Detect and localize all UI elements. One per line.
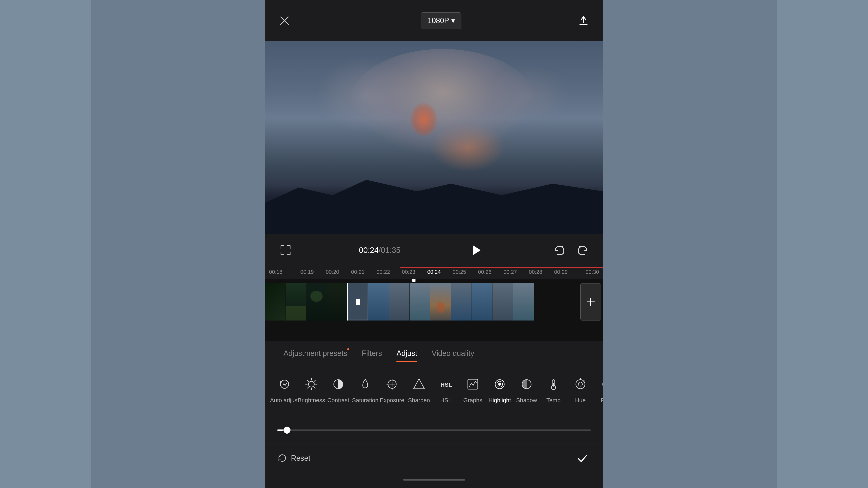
tool-hue[interactable]: Hue xyxy=(567,372,594,406)
ruler-mark-9: 00:27 xyxy=(497,269,523,275)
reset-label: Reset xyxy=(291,454,310,462)
strip-thumb-sky1 xyxy=(368,283,389,321)
tool-temp[interactable]: Temp xyxy=(540,372,567,406)
time-total: 01:35 xyxy=(381,246,400,255)
tool-graphs[interactable]: Graphs xyxy=(459,372,486,406)
background-right xyxy=(777,0,868,488)
strip-thumb-1 xyxy=(265,283,285,321)
slider-track[interactable] xyxy=(277,429,591,431)
svg-marker-25 xyxy=(414,379,424,389)
sharpen-label: Sharpen xyxy=(408,397,430,403)
strip-thumb-sunset xyxy=(430,283,451,321)
svg-line-14 xyxy=(307,380,309,382)
saturation-label: Saturation xyxy=(352,397,378,403)
background-left xyxy=(0,0,91,488)
export-button[interactable] xyxy=(576,13,591,28)
svg-point-30 xyxy=(498,383,501,386)
tool-sharpen[interactable]: Sharpen xyxy=(406,372,432,406)
svg-rect-3 xyxy=(579,24,588,25)
graphs-label: Graphs xyxy=(463,397,482,403)
tool-fade[interactable]: Fade xyxy=(594,372,603,406)
tab-adjustment-presets-label: Adjustment presets xyxy=(283,349,347,358)
tab-adjustment-presets[interactable]: Adjustment presets xyxy=(277,345,353,362)
undo-button[interactable] xyxy=(551,242,568,258)
ruler-mark-10: 00:28 xyxy=(523,269,548,275)
tab-adjust[interactable]: Adjust xyxy=(390,345,423,362)
strip-thumb-sky6 xyxy=(492,283,513,321)
ruler-mark-7: 00:25 xyxy=(447,269,472,275)
svg-rect-8 xyxy=(280,381,282,383)
close-button[interactable] xyxy=(277,13,292,28)
hsl-label: HSL xyxy=(440,397,452,403)
reset-button[interactable]: Reset xyxy=(277,453,310,463)
contrast-icon xyxy=(328,374,349,394)
svg-marker-4 xyxy=(473,246,480,255)
slider-area xyxy=(265,416,603,445)
sharpen-icon xyxy=(409,374,429,394)
cloud-glow xyxy=(410,103,437,136)
play-button[interactable] xyxy=(466,240,486,261)
tab-video-quality-label: Video quality xyxy=(432,349,474,358)
strip-thumb-sky4 xyxy=(451,283,472,321)
auto-adjust-icon xyxy=(274,374,295,394)
tool-highlight[interactable]: Highlight xyxy=(486,372,513,406)
tabs-bar: Adjustment presets Filters Adjust Video … xyxy=(265,341,603,362)
exposure-icon xyxy=(382,374,402,394)
cloud-left xyxy=(315,57,417,134)
home-indicator xyxy=(265,471,603,488)
ruler-mark-3: 00:21 xyxy=(345,269,371,275)
editor-panel: 1080P ▾ xyxy=(265,0,603,488)
tool-auto-adjust[interactable]: Auto adjust xyxy=(271,372,298,406)
tab-dot xyxy=(347,348,349,350)
ruler-mark-8: 00:26 xyxy=(472,269,498,275)
hue-icon xyxy=(570,374,591,394)
slider-thumb[interactable] xyxy=(283,427,290,434)
resolution-button[interactable]: 1080P ▾ xyxy=(421,12,461,29)
add-clip-button[interactable] xyxy=(580,283,601,321)
tab-video-quality[interactable]: Video quality xyxy=(426,345,480,362)
ruler-mark-2: 00:20 xyxy=(320,269,345,275)
cloud-right xyxy=(485,65,569,126)
expand-button[interactable] xyxy=(277,242,294,258)
ruler-mark-0: 00:18 xyxy=(269,269,294,275)
auto-adjust-label: Auto adjust xyxy=(270,397,299,403)
slider-fill xyxy=(277,429,283,431)
tab-filters-label: Filters xyxy=(362,349,382,358)
checkmark-icon xyxy=(576,452,589,464)
tool-brightness[interactable]: Brightness xyxy=(298,372,325,406)
bottom-bar: Reset xyxy=(265,445,603,471)
temp-icon xyxy=(543,374,564,394)
tool-saturation[interactable]: Saturation xyxy=(352,372,379,406)
red-highlight-bar xyxy=(400,267,603,268)
controls-bar: 00:24/01:35 xyxy=(265,234,603,267)
tool-exposure[interactable]: Exposure xyxy=(379,372,406,406)
tools-bar: Auto adjust Brightness xyxy=(265,362,603,416)
fade-label: Fade xyxy=(601,397,603,403)
tab-filters[interactable]: Filters xyxy=(355,345,388,362)
video-preview xyxy=(265,41,603,234)
fade-icon xyxy=(597,374,603,394)
timeline-area[interactable]: 00:18 00:19 00:20 00:21 00:22 00:23 00:2… xyxy=(265,267,603,341)
redo-button[interactable] xyxy=(574,242,591,258)
graphs-icon xyxy=(462,374,483,394)
confirm-button[interactable] xyxy=(574,450,591,466)
hue-label: Hue xyxy=(575,397,586,403)
resolution-label: 1080P xyxy=(428,17,449,25)
tab-adjust-label: Adjust xyxy=(397,349,417,358)
cloud-layer xyxy=(265,41,603,195)
temp-label: Temp xyxy=(547,397,561,403)
timeline-tracks xyxy=(265,279,603,331)
tool-hsl[interactable]: HSL HSL xyxy=(432,372,459,406)
shadow-icon xyxy=(516,374,537,394)
svg-line-15 xyxy=(314,387,315,388)
timeline-ruler: 00:18 00:19 00:20 00:21 00:22 00:23 00:2… xyxy=(265,267,603,279)
strip-thumb-active xyxy=(348,283,368,321)
playhead[interactable] xyxy=(414,279,414,331)
chevron-down-icon: ▾ xyxy=(451,17,455,25)
tool-shadow[interactable]: Shadow xyxy=(513,372,540,406)
ruler-mark-5: 00:23 xyxy=(396,269,421,275)
strip-thumb-3 xyxy=(306,283,327,321)
strip-thumb-4 xyxy=(327,283,348,321)
time-separator: / xyxy=(379,246,381,255)
tool-contrast[interactable]: Contrast xyxy=(325,372,352,406)
